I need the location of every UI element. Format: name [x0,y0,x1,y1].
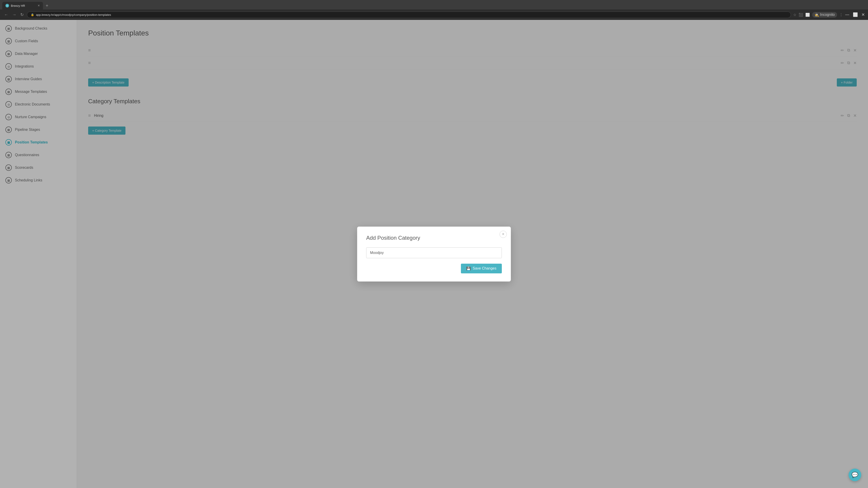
browser-right-icons: ☆ ⬛ ⬜ 🕵 Incognito ⋮ [793,12,843,18]
incognito-icon: 🕵 [814,13,819,17]
profile-icon[interactable]: ⬜ [805,13,810,17]
maximize-button[interactable]: ⬜ [853,12,858,17]
chat-bubble-button[interactable]: 💬 [848,468,861,481]
close-button[interactable]: ✕ [862,12,865,17]
save-label: Save Changes [473,266,496,270]
dialog-overlay: Add Position Category × 💾 Save Changes [0,20,868,488]
new-tab-button[interactable]: + [44,2,50,9]
chat-icon: 💬 [851,472,858,478]
tab-close-button[interactable]: × [38,4,40,8]
extensions-icon[interactable]: ⬛ [799,13,803,17]
reload-button[interactable]: ↻ [20,11,25,18]
save-icon: 💾 [466,266,471,271]
dialog-close-button[interactable]: × [500,231,507,238]
tab-favicon: B [5,4,9,7]
lock-icon: 🔒 [31,13,34,16]
address-bar[interactable]: 🔒 app.breezy.hr/app/c/moodjoy/company/po… [27,11,791,18]
bookmark-icon[interactable]: ☆ [793,13,796,17]
menu-icon[interactable]: ⋮ [839,13,843,17]
active-tab[interactable]: B Breezy HR × [2,2,43,9]
dialog-title: Add Position Category [366,235,502,241]
save-changes-button[interactable]: 💾 Save Changes [461,264,502,273]
forward-button[interactable]: → [11,11,17,18]
window-controls: — ⬜ ✕ [845,12,865,17]
minimize-button[interactable]: — [845,12,849,17]
incognito-badge: 🕵 Incognito [812,12,837,18]
dialog-footer: 💾 Save Changes [366,264,502,273]
incognito-label: Incognito [820,13,835,17]
tab-title: Breezy HR [11,4,25,7]
back-button[interactable]: ← [3,11,9,18]
category-name-input[interactable] [366,248,502,258]
add-position-category-dialog: Add Position Category × 💾 Save Changes [357,227,511,282]
address-text: app.breezy.hr/app/c/moodjoy/company/posi… [36,13,111,17]
